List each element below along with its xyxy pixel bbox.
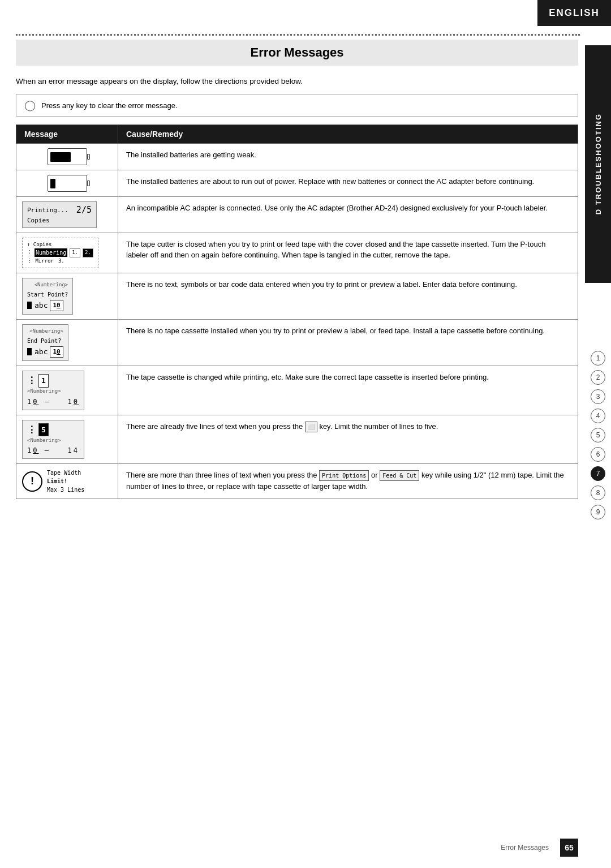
note-text: Press any key to clear the error message… [41, 101, 178, 110]
page-title: Error Messages [27, 45, 567, 60]
lcd-copies-numbering-mirror: ↑ Copies ⋮ Numbering 1. 2. ⋮ Mirror3. [22, 238, 98, 269]
table-row: ⋮ 1 <Numbering> 10 – 10 The tape cassett… [16, 366, 578, 415]
title-box: Error Messages [16, 40, 578, 66]
cause-cell-2: The installed batteries are about to run… [118, 170, 578, 197]
language-bar: ENGLISH [537, 0, 611, 26]
msg-cell-9: ! Tape Width Limit! Max 3 Lines [16, 464, 118, 499]
table-row: The installed batteries are about to run… [16, 170, 578, 197]
page-number: 65 [560, 839, 578, 857]
dot-separator [16, 32, 580, 37]
print-options-btn: Print Options [319, 470, 369, 481]
msg-cell-1 [16, 144, 118, 170]
chapter-2: 2 [591, 370, 605, 385]
col-message: Message [16, 125, 118, 144]
table-row: The installed batteries are getting weak… [16, 144, 578, 170]
main-content: Error Messages When an error message app… [16, 40, 578, 834]
chapter-5: 5 [591, 428, 605, 442]
section-tab-label: D TROUBLESHOOTING [594, 113, 603, 214]
cause-cell-4: The tape cutter is closed when you try t… [118, 233, 578, 273]
chapter-3: 3 [591, 389, 605, 404]
section-tab: D TROUBLESHOOTING [585, 45, 611, 283]
intro-text: When an error message appears on the dis… [16, 76, 578, 87]
chapter-6: 6 [591, 447, 605, 462]
lcd-dot1: ⋮ 1 <Numbering> 10 – 10 [22, 371, 84, 410]
footer: Error Messages 65 [16, 839, 578, 857]
footer-label: Error Messages [501, 844, 549, 852]
chapter-9: 9 [591, 505, 605, 519]
note-icon: ◯ [24, 99, 36, 111]
chapter-numbers: 1 2 3 4 5 6 7 8 9 [590, 351, 606, 519]
feed-cut-btn: Feed & Cut [380, 470, 419, 481]
cause-cell-6: There is no tape cassette installed when… [118, 320, 578, 366]
chapter-8: 8 [591, 485, 605, 500]
cause-cell-5: There is no text, symbols or bar code da… [118, 273, 578, 320]
chapter-4: 4 [591, 409, 605, 423]
table-row: ⋮ 5 <Numbering> 10 – 14 There are alread… [16, 415, 578, 464]
table-row: <Numbering> End Point? abc 10 There is n… [16, 320, 578, 366]
cause-cell-8: There are already five lines of text whe… [118, 415, 578, 464]
msg-cell-3: Printing...2/5 Copies [16, 197, 118, 233]
chapter-1: 1 [591, 351, 605, 366]
msg-cell-6: <Numbering> End Point? abc 10 [16, 320, 118, 366]
language-label: ENGLISH [549, 7, 600, 19]
lcd-end-point: <Numbering> End Point? abc 10 [22, 324, 68, 361]
lcd-dot5: ⋮ 5 <Numbering> 10 – 14 [22, 420, 84, 459]
table-row: Printing...2/5 Copies An incompatible AC… [16, 197, 578, 233]
msg-cell-7: ⋮ 1 <Numbering> 10 – 10 [16, 366, 118, 415]
table-row: <Numbering> Start Point? abc 10 There is… [16, 273, 578, 320]
warning-icon: ! [22, 471, 42, 492]
chapter-7: 7 [591, 466, 605, 481]
key-icon: ⬜ [305, 422, 317, 432]
note-box: ◯ Press any key to clear the error messa… [16, 94, 578, 117]
msg-cell-4: ↑ Copies ⋮ Numbering 1. 2. ⋮ Mirror3. [16, 233, 118, 273]
cause-cell-3: An incompatible AC adapter is connected.… [118, 197, 578, 233]
msg-cell-2 [16, 170, 118, 197]
cause-cell-1: The installed batteries are getting weak… [118, 144, 578, 170]
cause-cell-9: There are more than three lines of text … [118, 464, 578, 499]
lcd-start-point: <Numbering> Start Point? abc 10 [22, 278, 73, 315]
table-row: ! Tape Width Limit! Max 3 Lines There ar… [16, 464, 578, 499]
lcd-printing: Printing...2/5 Copies [22, 201, 97, 227]
msg-cell-8: ⋮ 5 <Numbering> 10 – 14 [16, 415, 118, 464]
col-cause: Cause/Remedy [118, 125, 578, 144]
error-table: Message Cause/Remedy The installed batte… [16, 124, 578, 499]
table-row: ↑ Copies ⋮ Numbering 1. 2. ⋮ Mirror3. Th… [16, 233, 578, 273]
msg-cell-5: <Numbering> Start Point? abc 10 [16, 273, 118, 320]
cause-cell-7: The tape cassette is changed while print… [118, 366, 578, 415]
